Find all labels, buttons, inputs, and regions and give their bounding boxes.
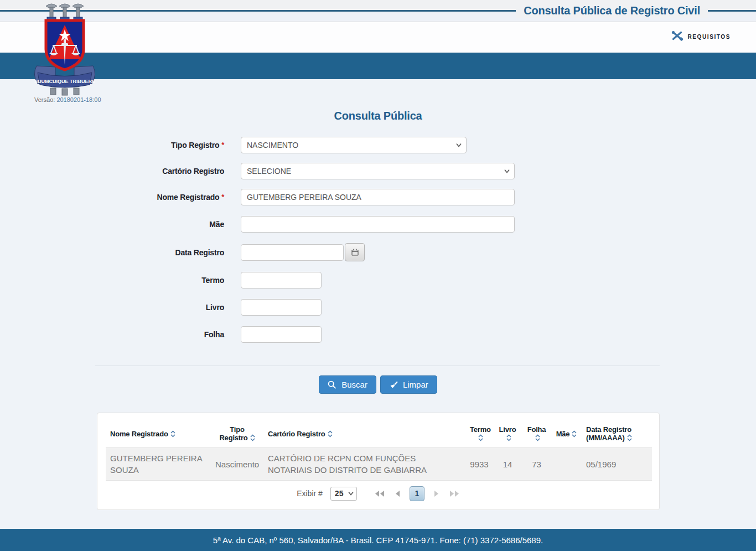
form-row-data-registro: Data Registro: [0, 243, 756, 261]
axes-icon: [46, 4, 84, 22]
col-header-tipo-registro[interactable]: Tipo Registro: [211, 420, 263, 448]
first-page-button[interactable]: [374, 490, 385, 497]
tipo-registro-label: Tipo Registro *: [0, 141, 224, 150]
requisitos-button[interactable]: REQUISITOS: [671, 30, 731, 43]
sort-icon[interactable]: [250, 434, 255, 443]
limpar-button[interactable]: Limpar: [380, 375, 437, 394]
sort-icon[interactable]: [572, 430, 577, 439]
search-form: Tipo Registro * NASCIMENTO Cartório Regi…: [0, 137, 756, 343]
cell-mae: [551, 448, 582, 481]
form-row-tipo-registro: Tipo Registro * NASCIMENTO: [0, 137, 756, 153]
sort-icon[interactable]: [328, 430, 333, 439]
requisitos-label: REQUISITOS: [688, 34, 731, 40]
cell-nome-registrado: GUTEMBERG PEREIRA SOUZA: [106, 448, 211, 481]
sort-icon[interactable]: [170, 430, 175, 439]
footer-bar: 5ª Av. do CAB, nº 560, Salvador/BA - Bra…: [0, 529, 756, 551]
col-header-termo[interactable]: Termo: [465, 420, 493, 448]
col-header-nome-registrado[interactable]: Nome Registrado: [106, 420, 211, 448]
cell-cartorio-registro: CARTÓRIO DE RCPN COM FUNÇÕES NOTARIAIS D…: [263, 448, 465, 481]
cell-livro: 14: [493, 448, 522, 481]
cell-termo: 9933: [465, 448, 493, 481]
page: Consulta Pública de Registro Civil REQUI…: [0, 0, 756, 551]
form-row-termo: Termo: [0, 272, 756, 289]
col-header-folha[interactable]: Folha: [522, 420, 551, 448]
tribunal-logo: SUUMCUIQUE TRIBUERE: [32, 2, 97, 99]
col-header-cartorio-registro[interactable]: Cartório Registro: [263, 420, 465, 448]
per-page-select-wrap: 25: [330, 487, 357, 501]
cartorio-registro-label: Cartório Registro: [0, 167, 224, 176]
data-registro-label: Data Registro: [0, 248, 224, 257]
tools-icon: [671, 30, 683, 43]
col-header-livro[interactable]: Livro: [493, 420, 522, 448]
pagination-bar: Exibir # 25 1: [106, 481, 651, 506]
folha-label: Folha: [0, 330, 224, 339]
cell-data-registro: 05/1969: [582, 448, 652, 481]
cartorio-registro-select[interactable]: SELECIONE: [241, 163, 515, 179]
header-blue-bar: [0, 53, 756, 79]
folha-input[interactable]: [241, 326, 322, 343]
col-header-mae[interactable]: Mãe: [551, 420, 582, 448]
cell-folha: 73: [522, 448, 551, 481]
next-page-button[interactable]: [434, 490, 439, 497]
table-header-row: Nome Registrado Tipo Registro Cartório R…: [106, 420, 652, 448]
sort-icon[interactable]: [506, 434, 511, 443]
footer-address: 5ª Av. do CAB, nº 560, Salvador/BA - Bra…: [213, 535, 543, 545]
form-divider: [95, 365, 660, 366]
version-text: Versão: 20180201-18:00: [34, 96, 101, 103]
livro-input[interactable]: [241, 299, 322, 316]
calendar-button[interactable]: [345, 243, 365, 261]
nome-registrado-input[interactable]: [241, 189, 515, 205]
app-title: Consulta Pública de Registro Civil: [516, 3, 708, 18]
last-page-button[interactable]: [449, 490, 460, 497]
form-row-livro: Livro: [0, 299, 756, 316]
mae-input[interactable]: [241, 216, 515, 233]
header-band-white: [0, 23, 756, 53]
main-content: Consulta Pública Tipo Registro * NASCIME…: [0, 79, 756, 529]
required-asterisk: *: [221, 141, 224, 149]
search-icon: [328, 380, 336, 389]
form-row-mae: Mãe: [0, 216, 756, 233]
logo-motto: SUUMCUIQUE TRIBUERE: [34, 79, 95, 84]
page-title: Consulta Pública: [0, 110, 756, 122]
exibir-label: Exibir #: [297, 489, 323, 498]
sort-icon[interactable]: [627, 434, 632, 443]
mae-label: Mãe: [0, 220, 224, 229]
action-buttons: Buscar Limpar: [0, 375, 756, 394]
termo-input[interactable]: [241, 272, 322, 289]
calendar-icon: [351, 249, 359, 256]
nome-registrado-label: Nome Registrado *: [0, 193, 224, 202]
sort-icon[interactable]: [478, 434, 483, 443]
results-table: Nome Registrado Tipo Registro Cartório R…: [106, 420, 652, 481]
broom-icon: [389, 380, 398, 389]
cell-tipo-registro: Nascimento: [211, 448, 263, 481]
col-header-data-registro[interactable]: Data Registro (MM/AAAA): [582, 420, 652, 448]
sort-icon[interactable]: [535, 434, 540, 443]
form-row-nome-registrado: Nome Registrado *: [0, 189, 756, 205]
tipo-registro-select[interactable]: NASCIMENTO: [241, 137, 467, 153]
livro-label: Livro: [0, 303, 224, 312]
form-row-folha: Folha: [0, 326, 756, 343]
current-page-button[interactable]: 1: [410, 486, 424, 501]
required-asterisk: *: [221, 193, 224, 201]
prev-page-button[interactable]: [395, 490, 400, 497]
table-row: GUTEMBERG PEREIRA SOUZA Nascimento CARTÓ…: [106, 448, 652, 481]
form-row-cartorio-registro: Cartório Registro SELECIONE: [0, 163, 756, 179]
buscar-button[interactable]: Buscar: [319, 375, 376, 394]
data-registro-input[interactable]: [241, 244, 344, 261]
pager-controls: 1: [374, 486, 460, 501]
per-page-select[interactable]: 25: [330, 487, 357, 501]
results-panel: Nome Registrado Tipo Registro Cartório R…: [97, 413, 660, 510]
termo-label: Termo: [0, 276, 224, 285]
